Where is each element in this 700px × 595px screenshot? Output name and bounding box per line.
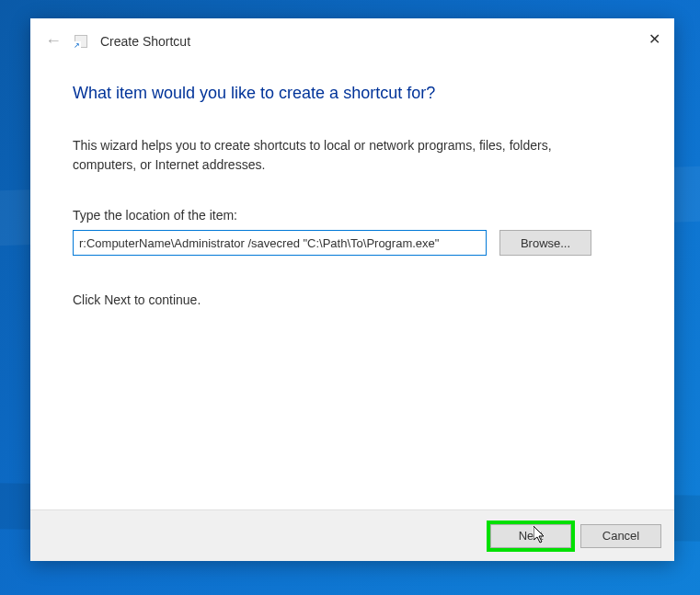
close-button[interactable]: ✕ (645, 29, 663, 48)
dialog-title: Create Shortcut (100, 34, 190, 49)
location-row: Browse... (73, 230, 632, 256)
page-heading: What item would you like to create a sho… (73, 84, 632, 103)
dialog-footer: Next Cancel (30, 509, 674, 561)
shortcut-icon (75, 35, 87, 48)
wizard-description: This wizard helps you to create shortcut… (73, 136, 588, 175)
dialog-header: ← Create Shortcut (30, 18, 674, 51)
continue-instruction: Click Next to continue. (73, 292, 632, 307)
cancel-button[interactable]: Cancel (580, 524, 661, 548)
close-icon: ✕ (648, 30, 660, 48)
dialog-content: What item would you like to create a sho… (30, 51, 674, 509)
location-input[interactable] (73, 230, 487, 256)
back-arrow-icon: ← (45, 31, 62, 51)
browse-button[interactable]: Browse... (499, 230, 591, 256)
create-shortcut-dialog: ✕ ← Create Shortcut What item would you … (30, 18, 674, 561)
next-button[interactable]: Next (490, 524, 571, 548)
location-label: Type the location of the item: (73, 208, 632, 223)
